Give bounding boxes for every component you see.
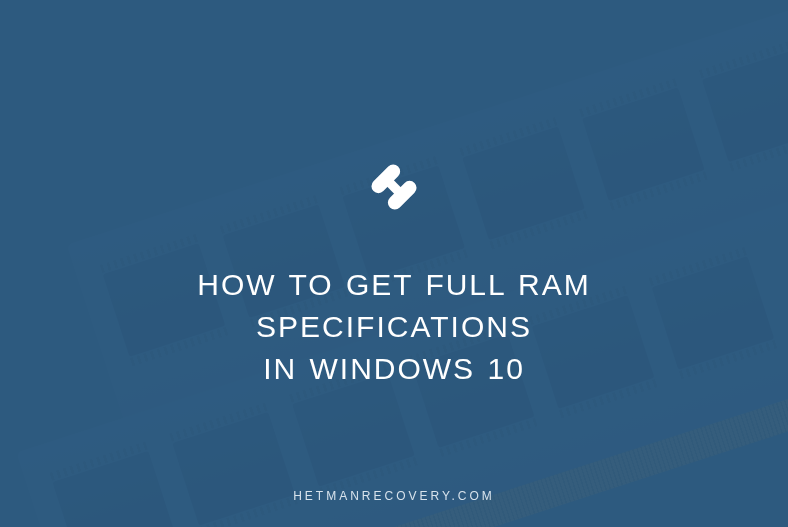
logo-container [365,158,423,216]
hero-content: HOW TO GET FULL RAM SPECIFICATIONS IN WI… [0,0,788,527]
hero-banner: HOW TO GET FULL RAM SPECIFICATIONS IN WI… [0,0,788,527]
site-label: HETMANRECOVERY.COM [0,489,788,503]
title-line-1: HOW TO GET FULL RAM SPECIFICATIONS [197,268,590,343]
hetman-logo-icon [365,158,423,216]
title-line-2: IN WINDOWS 10 [60,348,728,390]
page-title: HOW TO GET FULL RAM SPECIFICATIONS IN WI… [0,264,788,390]
